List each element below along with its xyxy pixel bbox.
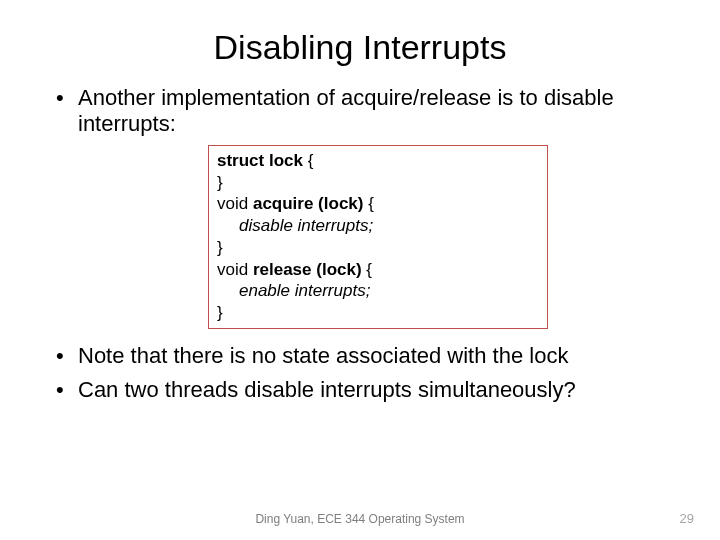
code-keyword: void [217,260,253,279]
slide: Disabling Interrupts Another implementat… [0,0,720,540]
code-line: } [217,302,539,324]
code-line: enable interrupts; [217,280,539,302]
code-keyword: struct [217,151,269,170]
code-line: void release (lock) { [217,259,539,281]
bullet-item: Another implementation of acquire/releas… [56,85,672,137]
bullet-list-bottom: Note that there is no state associated w… [48,343,672,403]
footer-author: Ding Yuan, ECE 344 Operating System [0,512,720,526]
code-line: void acquire (lock) { [217,193,539,215]
code-line: } [217,237,539,259]
bullet-list-top: Another implementation of acquire/releas… [48,85,672,137]
code-text: { [303,151,313,170]
page-number: 29 [680,511,694,526]
code-line: disable interrupts; [217,215,539,237]
code-ident: release (lock) [253,260,362,279]
code-text: { [363,194,373,213]
code-line: } [217,172,539,194]
code-line: struct lock { [217,150,539,172]
code-ident: lock [269,151,303,170]
bullet-item: Note that there is no state associated w… [56,343,672,369]
code-keyword: void [217,194,253,213]
code-box: struct lock { } void acquire (lock) { di… [208,145,548,329]
slide-title: Disabling Interrupts [48,28,672,67]
code-text: { [362,260,372,279]
code-ident: acquire (lock) [253,194,364,213]
bullet-item: Can two threads disable interrupts simul… [56,377,672,403]
